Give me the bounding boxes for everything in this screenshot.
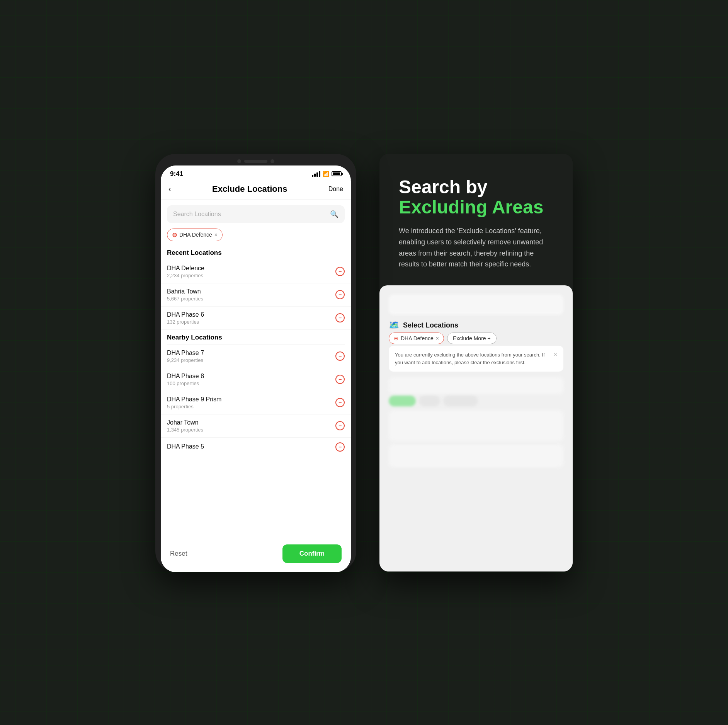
- blurred-tag-1: [389, 396, 416, 406]
- tag-minus-icon: ⊖: [172, 231, 177, 239]
- right-top-section: Search by Excluding Areas We introduced …: [379, 154, 573, 286]
- headline-line2: Excluding Areas: [399, 197, 543, 217]
- info-box: You are currently excluding the above lo…: [389, 346, 563, 372]
- location-count: 1,345 properties: [167, 427, 203, 433]
- select-locations-header: 🗺️ Select Locations: [389, 320, 563, 330]
- info-box-text: You are currently excluding the above lo…: [395, 351, 550, 366]
- list-item[interactable]: Johar Town 1,345 properties −: [161, 415, 351, 438]
- tag-label: DHA Defence: [179, 232, 212, 238]
- search-icon: 🔍: [330, 210, 338, 218]
- status-time: 9:41: [170, 170, 183, 178]
- exclude-icon[interactable]: −: [335, 290, 345, 299]
- blurred-block-3: [389, 444, 563, 467]
- selected-tag[interactable]: ⊖ DHA Defence ×: [167, 229, 223, 241]
- fade-overlay: [379, 525, 573, 571]
- list-item[interactable]: DHA Phase 9 Prism 5 properties −: [161, 391, 351, 415]
- subtext: We introduced the 'Exclude Locations' fe…: [399, 225, 553, 270]
- right-panel: Search by Excluding Areas We introduced …: [379, 154, 573, 571]
- done-button[interactable]: Done: [328, 186, 343, 193]
- blurred-content-row: [389, 295, 563, 315]
- selected-tags-row: ⊖ DHA Defence ×: [161, 229, 351, 245]
- search-input[interactable]: Search Locations: [173, 211, 326, 218]
- blurred-property-section: [389, 377, 563, 467]
- camera-dot: [237, 159, 241, 163]
- location-count: 5,667 properties: [167, 296, 203, 302]
- camera-dot-2: [270, 159, 274, 163]
- search-bar[interactable]: Search Locations 🔍: [167, 205, 345, 223]
- exclude-icon[interactable]: −: [335, 351, 345, 361]
- location-count: 132 properties: [167, 319, 204, 325]
- location-count: 9,234 properties: [167, 357, 204, 363]
- location-count: 2,234 properties: [167, 273, 204, 278]
- location-name: DHA Phase 5: [167, 443, 204, 450]
- blurred-tags-row: [389, 396, 563, 406]
- headline-line1: Search by: [399, 177, 487, 197]
- recent-section-title: Recent Locations: [161, 245, 351, 260]
- back-button[interactable]: ‹: [168, 184, 171, 193]
- exclude-icon[interactable]: −: [335, 398, 345, 407]
- location-name: DHA Defence: [167, 265, 204, 272]
- reset-button[interactable]: Reset: [170, 550, 187, 558]
- list-item[interactable]: Bahria Town 5,667 properties −: [161, 283, 351, 307]
- list-item[interactable]: DHA Phase 8 100 properties −: [161, 368, 351, 391]
- list-item[interactable]: DHA Phase 6 132 properties −: [161, 307, 351, 330]
- page-title: Exclude Locations: [212, 184, 287, 194]
- recent-locations-list: DHA Defence 2,234 properties − Bahria To…: [161, 260, 351, 330]
- exclude-icon[interactable]: −: [335, 421, 345, 430]
- confirm-button[interactable]: Confirm: [282, 544, 342, 563]
- status-icons: 📶: [312, 171, 342, 177]
- location-name: DHA Phase 8: [167, 373, 204, 380]
- location-name: DHA Phase 7: [167, 350, 204, 357]
- location-name: Johar Town: [167, 419, 203, 426]
- exclude-more-button[interactable]: Exclude More +: [447, 333, 497, 344]
- phone-screen: 9:41 📶 ‹ Exclude Locations Done: [161, 165, 351, 572]
- list-item[interactable]: DHA Defence 2,234 properties −: [161, 260, 351, 283]
- map-icon: 🗺️: [389, 320, 399, 330]
- location-name: DHA Phase 9 Prism: [167, 396, 221, 403]
- location-name: Bahria Town: [167, 288, 203, 295]
- bottom-bar: Reset Confirm: [161, 538, 351, 572]
- wifi-icon: 📶: [323, 171, 329, 177]
- list-item[interactable]: DHA Phase 5 −: [161, 438, 351, 456]
- info-close-button[interactable]: ×: [554, 351, 557, 358]
- blurred-block-1: [389, 377, 563, 394]
- app-header: ‹ Exclude Locations Done: [161, 180, 351, 200]
- tag-close-icon[interactable]: ×: [214, 232, 218, 238]
- right-selected-tag[interactable]: ⊖ DHA Defence ×: [389, 333, 444, 344]
- camera-bar: [161, 159, 351, 163]
- right-tag-close-icon[interactable]: ×: [436, 335, 439, 341]
- nearby-section-title: Nearby Locations: [161, 330, 351, 345]
- headline: Search by Excluding Areas: [399, 177, 553, 218]
- location-count: 100 properties: [167, 380, 204, 386]
- blurred-tag-3: [443, 396, 478, 406]
- battery-icon: [332, 171, 342, 176]
- right-tag-label: DHA Defence: [401, 335, 434, 341]
- blurred-block-2: [389, 410, 563, 441]
- left-phone: 9:41 📶 ‹ Exclude Locations Done: [155, 154, 356, 571]
- location-count: 5 properties: [167, 404, 221, 409]
- location-name: DHA Phase 6: [167, 311, 204, 318]
- status-bar: 9:41 📶: [161, 165, 351, 180]
- right-bottom-section: 🗺️ Select Locations ⊖ DHA Defence × Excl…: [379, 285, 573, 571]
- blurred-tag-2: [419, 396, 440, 406]
- select-locations-section: 🗺️ Select Locations ⊖ DHA Defence × Excl…: [389, 320, 563, 372]
- right-tags-row: ⊖ DHA Defence × Exclude More +: [389, 333, 563, 344]
- exclude-icon[interactable]: −: [335, 313, 345, 322]
- right-tag-minus-icon: ⊖: [394, 335, 398, 341]
- list-item[interactable]: DHA Phase 7 9,234 properties −: [161, 345, 351, 368]
- exclude-icon[interactable]: −: [335, 267, 345, 276]
- speaker: [244, 160, 267, 163]
- exclude-icon[interactable]: −: [335, 442, 345, 452]
- nearby-locations-list: DHA Phase 7 9,234 properties − DHA Phase…: [161, 345, 351, 456]
- signal-icon: [312, 171, 320, 177]
- exclude-icon[interactable]: −: [335, 375, 345, 384]
- select-locations-title: Select Locations: [403, 321, 458, 329]
